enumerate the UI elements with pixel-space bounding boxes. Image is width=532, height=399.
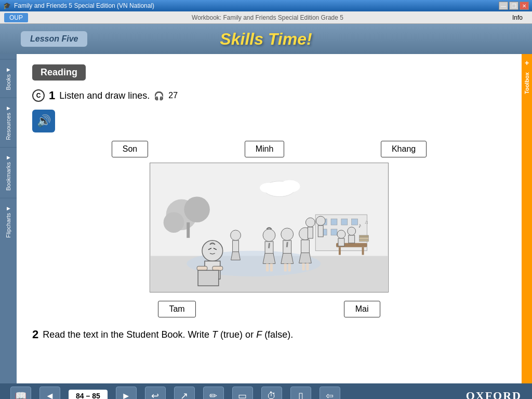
track-number: 27 [168, 91, 178, 100]
oup-menu-item[interactable]: OUP [4, 13, 28, 22]
svg-rect-38 [212, 266, 223, 270]
speaker-button[interactable]: 🔊 [32, 110, 55, 132]
name-labels-top: Son Minh Khang [32, 141, 506, 157]
window-title: Family and Friends 5 Special Edition (VN… [14, 2, 154, 9]
svg-point-42 [305, 218, 315, 227]
oxford-logo: OXFORD [466, 389, 522, 399]
svg-point-20 [263, 229, 275, 242]
reading-badge: Reading [32, 64, 86, 81]
timer-button[interactable]: ⏱ [261, 387, 282, 399]
exercise2-false-text: (false). [262, 329, 293, 340]
maximize-button[interactable]: ❐ [509, 2, 518, 10]
info-menu-item[interactable]: Info [507, 13, 528, 22]
exercise2-T: T [212, 329, 218, 340]
svg-rect-13 [331, 229, 337, 235]
svg-rect-47 [338, 238, 344, 246]
svg-rect-43 [308, 227, 313, 238]
svg-text:♪: ♪ [358, 222, 362, 229]
toolbox-plus-icon: + [525, 59, 529, 67]
svg-marker-22 [263, 254, 275, 264]
close-button[interactable]: ✕ [520, 2, 529, 10]
name-label-minh: Minh [245, 141, 285, 157]
svg-rect-53 [360, 237, 369, 240]
bookmarks-arrow-icon: ▶ [6, 155, 11, 160]
scene-svg: ♪ ♫ [150, 163, 388, 292]
title-bar-controls: — ❐ ✕ [499, 2, 529, 10]
resources-label: Resources [5, 113, 11, 140]
prev-button[interactable]: ◄ [39, 387, 60, 399]
svg-rect-54 [360, 235, 369, 237]
skills-title: Skills Time! [220, 30, 312, 49]
menu-bar: OUP Workbook: Family and Friends Special… [0, 11, 532, 24]
flipcharts-label: Flipcharts [5, 213, 11, 238]
svg-rect-39 [198, 270, 219, 286]
name-label-khang: Khang [381, 141, 427, 157]
svg-marker-57 [231, 252, 241, 260]
svg-rect-34 [306, 263, 309, 270]
exercise1-instruction: Listen and draw lines. [59, 90, 150, 101]
exercise2-instruction-text: Read the text in the Student Book. Write… [43, 329, 293, 340]
svg-point-46 [337, 230, 345, 238]
flipcharts-arrow-icon: ▶ [6, 206, 11, 211]
bookmarks-label: Bookmarks [5, 162, 11, 191]
book-button[interactable]: 📖 [10, 387, 31, 399]
svg-marker-32 [299, 253, 312, 263]
forward-button[interactable]: ↗ [174, 387, 195, 399]
exercise2-instruction-start: Read the text in the Student Book. Write [43, 329, 212, 340]
page-button[interactable]: ▭ [232, 387, 253, 399]
name-label-tam: Tam [158, 301, 195, 317]
content-area: Reading C 1 Listen and draw lines. 🎧 27 … [17, 54, 522, 383]
books-arrow-icon: ▶ [6, 67, 11, 72]
headphone-icon: 🎧 [154, 91, 164, 101]
svg-point-25 [281, 228, 294, 241]
exercise2-header: 2 Read the text in the Student Book. Wri… [32, 328, 506, 341]
lesson-badge: Lesson Five [21, 31, 87, 47]
svg-rect-10 [341, 219, 348, 225]
speaker-icon: 🔊 [37, 114, 51, 128]
sidebar-tab-books[interactable]: Books ▶ [0, 59, 17, 98]
exercise-circle: C [32, 89, 45, 102]
board-button[interactable]: ▯ [290, 387, 311, 399]
sidebar-tab-flipcharts[interactable]: Flipcharts ▶ [0, 198, 17, 245]
minimize-button[interactable]: — [499, 2, 508, 10]
name-label-son: Son [112, 141, 148, 157]
svg-rect-16 [362, 247, 364, 255]
top-bar: Lesson Five Skills Time! [0, 24, 532, 54]
title-bar: 🎓 Family and Friends 5 Special Edition (… [0, 0, 532, 11]
app-icon: 🎓 [3, 2, 11, 9]
exercise2-F: F [256, 329, 262, 340]
bottom-toolbar: 📖 ◄ 84 – 85 ► ↩ ↗ ✏ ▭ ⏱ ▯ ⇦ OXFORD [0, 383, 532, 399]
home-button[interactable]: ⇦ [320, 387, 340, 399]
svg-point-4 [184, 196, 210, 222]
exercise1-number: 1 [49, 89, 55, 102]
next-button[interactable]: ► [116, 387, 137, 399]
svg-rect-9 [331, 219, 337, 225]
sidebar-tab-bookmarks[interactable]: Bookmarks ▶ [0, 147, 17, 198]
page-indicator: 84 – 85 [69, 390, 108, 399]
sidebar-tab-resources[interactable]: Resources ▶ [0, 98, 17, 148]
svg-rect-15 [339, 247, 341, 255]
svg-rect-29 [288, 263, 291, 271]
main-container: Books ▶ Resources ▶ Bookmarks ▶ Flipchar… [0, 54, 532, 383]
resources-arrow-icon: ▶ [6, 105, 11, 111]
svg-rect-23 [266, 263, 269, 271]
exercise2-number: 2 [32, 328, 38, 341]
svg-rect-52 [360, 240, 369, 242]
svg-rect-45 [318, 225, 323, 237]
svg-point-18 [280, 180, 300, 193]
svg-point-19 [260, 183, 278, 193]
back-button[interactable]: ↩ [145, 387, 166, 399]
svg-marker-27 [281, 254, 294, 264]
toolbox-label: Toolbox [524, 72, 530, 94]
svg-point-5 [164, 212, 184, 233]
books-label: Books [5, 74, 11, 90]
svg-rect-33 [302, 263, 304, 270]
pen-button[interactable]: ✏ [203, 387, 224, 399]
name-label-mai: Mai [344, 301, 380, 317]
scene-illustration: ♪ ♫ [150, 163, 389, 292]
title-bar-left: 🎓 Family and Friends 5 Special Edition (… [3, 2, 154, 9]
svg-rect-49 [349, 235, 355, 243]
svg-point-44 [316, 216, 325, 225]
svg-rect-6 [187, 222, 190, 238]
svg-rect-24 [270, 263, 273, 271]
